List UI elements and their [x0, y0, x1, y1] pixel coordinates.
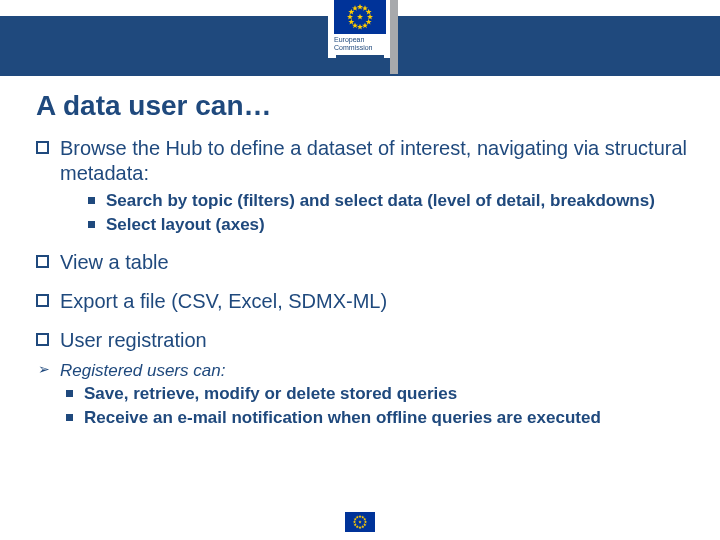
reg-save-queries: Save, retrieve, modify or delete stored …: [66, 383, 690, 405]
slide-content: A data user can… Browse the Hub to defin…: [0, 76, 720, 429]
bullet-browse: Browse the Hub to define a dataset of in…: [36, 136, 690, 236]
eu-flag-icon: [334, 0, 386, 34]
logo-caption-line1: European: [334, 36, 364, 43]
bullet-export-file: Export a file (CSV, Excel, SDMX-ML): [36, 289, 690, 314]
reg-email-notif: Receive an e-mail notification when offl…: [66, 407, 690, 429]
bullet-view-table: View a table: [36, 250, 690, 275]
slide-title: A data user can…: [36, 90, 690, 122]
logo-caption-line2: Commission: [334, 44, 373, 51]
ec-building-icon: [390, 0, 398, 74]
main-list: Browse the Hub to define a dataset of in…: [36, 136, 690, 353]
bullet-user-registration: User registration: [36, 328, 690, 353]
sub-search-topic: Search by topic (filters) and select dat…: [88, 190, 690, 212]
registered-users-list: Save, retrieve, modify or delete stored …: [66, 383, 690, 429]
bullet-browse-text: Browse the Hub to define a dataset of in…: [60, 137, 687, 184]
header-bar: European Commission: [0, 16, 720, 76]
registered-users-intro: Registered users can:: [38, 361, 690, 381]
sub-select-layout: Select layout (axes): [88, 214, 690, 236]
browse-sublist: Search by topic (filters) and select dat…: [88, 190, 690, 236]
logo-underline: [336, 55, 384, 58]
ec-logo: European Commission: [328, 0, 392, 58]
logo-caption: European Commission: [334, 36, 386, 51]
footer-eu-flag-icon: [345, 512, 375, 532]
